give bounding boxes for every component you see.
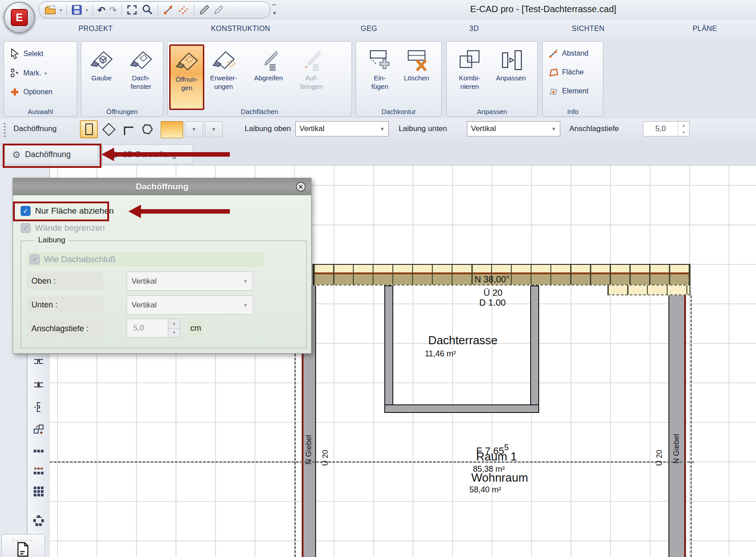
- ribbon-group-dachkontur: Ein-fügen Löschen Dachkontur: [356, 41, 442, 117]
- laibung-unten-label: Laibung unten: [399, 124, 447, 133]
- gaube-button[interactable]: Gaube: [84, 44, 119, 110]
- polygon-array-icon[interactable]: [32, 514, 45, 529]
- dialog-title: Dachöffnung: [136, 182, 188, 192]
- color-dropdown-2[interactable]: ▼: [205, 121, 223, 137]
- document-icon[interactable]: [16, 542, 30, 557]
- anschlagstiefe-label: Anschlagstiefe: [569, 124, 619, 133]
- terrace-name-label: Dachterrasse: [428, 333, 498, 347]
- anschlagstiefe-dialog-stepper[interactable]: 5,0 ▲▼: [127, 319, 180, 338]
- contour-insert-icon: [367, 46, 393, 74]
- separator: [92, 4, 93, 16]
- options-button[interactable]: Optionen: [9, 87, 53, 97]
- block-grid-icon[interactable]: [33, 486, 44, 499]
- fit-view-button[interactable]: [125, 3, 139, 17]
- ribbon-tab-projekt[interactable]: PROJEKT: [79, 25, 113, 33]
- pencil-button[interactable]: [212, 3, 225, 17]
- laibung-oben-select[interactable]: Vertikal▼: [295, 121, 389, 136]
- roof-color-swatch[interactable]: [161, 121, 183, 138]
- ribbon-tab-plaene[interactable]: PLÄNE: [693, 25, 717, 33]
- room1-name-label: Raum 1: [476, 450, 517, 464]
- save-button[interactable]: [70, 3, 83, 17]
- block-distribute-icon[interactable]: [33, 465, 44, 478]
- shape-corner-button[interactable]: [119, 120, 137, 138]
- gable-left-label: N Giebel: [304, 435, 313, 465]
- spin-down-icon[interactable]: ▼: [678, 129, 689, 136]
- terrace-area-label: 11,46 m²: [425, 349, 456, 359]
- kombinieren-button[interactable]: Kombi-nieren: [452, 44, 487, 110]
- highlight-box-tab: [3, 144, 101, 168]
- wall-profile-icon[interactable]: [33, 401, 44, 415]
- quick-access-toolbar: ▾ ▾ ↶ ↷: [39, 1, 270, 18]
- oben-label: Oben :: [27, 272, 103, 289]
- unit-label: cm: [187, 321, 202, 335]
- roof-opening-icon: [174, 48, 200, 75]
- roof-window-center-icon[interactable]: [33, 380, 44, 393]
- oeffnungen-button[interactable]: Öffnun-gen: [169, 44, 204, 110]
- shape-polygon-button[interactable]: [138, 120, 156, 138]
- color-dropdown-1[interactable]: ▼: [185, 121, 203, 137]
- open-file-dropdown[interactable]: ▾: [59, 3, 63, 17]
- customize-toolbar-icon[interactable]: ▔▼: [272, 4, 277, 16]
- toolbar-grip[interactable]: [4, 123, 6, 138]
- shape-rectangle-button[interactable]: [80, 120, 98, 138]
- ribbon-tab-konstruktion[interactable]: KONSTRUKTION: [211, 25, 270, 33]
- copy-elements-icon[interactable]: [33, 424, 44, 437]
- element-button[interactable]: Element: [548, 86, 589, 96]
- zoom-icon: [141, 4, 153, 16]
- separator: [121, 4, 122, 16]
- polygon-icon: [141, 123, 153, 135]
- measure-distance-button[interactable]: [162, 3, 175, 17]
- mark-button[interactable]: Mark. ▾: [9, 68, 47, 79]
- zoom-button[interactable]: [141, 3, 154, 17]
- ribbon-group-oeffnungen: Gaube Dach-fenster Öffnungen: [81, 41, 163, 117]
- shape-diamond-button[interactable]: [100, 120, 118, 138]
- abgreifen-button[interactable]: Abgreifen: [245, 44, 292, 110]
- ribbon-tab-geg[interactable]: GEG: [361, 25, 378, 33]
- group-label-info: Info: [543, 108, 603, 115]
- diamond-icon: [102, 123, 115, 136]
- redo-button[interactable]: ↷: [108, 3, 118, 17]
- ribbon: Selekt Mark. ▾ Optionen Auswahl Gaube Da…: [0, 39, 756, 119]
- anpassen-button[interactable]: Anpassen: [493, 44, 528, 110]
- bottom-panel[interactable]: •••••: [1, 534, 45, 557]
- spin-up-icon[interactable]: ▲: [168, 319, 180, 329]
- laibung-oben-label: Laibung oben: [245, 124, 291, 133]
- ribbon-tab-sichten[interactable]: SICHTEN: [571, 25, 604, 33]
- anschlagstiefe-stepper[interactable]: 5,0 ▲▼: [643, 121, 690, 136]
- unten-select[interactable]: Vertikal▼: [127, 295, 253, 315]
- axis-dashed-right: [690, 295, 692, 557]
- roof-dormer-icon: [88, 46, 114, 74]
- save-dropdown[interactable]: ▾: [85, 3, 89, 17]
- parallel-copy-button[interactable]: [177, 3, 190, 17]
- chevron-down-icon: ▼: [243, 302, 248, 308]
- separator: [66, 4, 67, 16]
- roof-rafter-ticks-2: [607, 285, 690, 294]
- pen-button[interactable]: [198, 3, 211, 17]
- oben-select[interactable]: Vertikal▼: [127, 272, 253, 291]
- select-button[interactable]: Selekt: [9, 48, 43, 60]
- laibung-unten-select[interactable]: Vertikal▼: [467, 121, 560, 136]
- ribbon-tab-3d[interactable]: 3D: [469, 25, 479, 33]
- spin-down-icon[interactable]: ▼: [168, 329, 180, 338]
- block-row-icon[interactable]: [33, 445, 44, 459]
- undo-button[interactable]: ↶: [97, 3, 106, 17]
- roof-window-pair-icon[interactable]: [33, 356, 44, 370]
- anschlagstiefe-dialog-label: Anschlagstiefe :: [27, 320, 103, 337]
- highlight-box-checkbox: [13, 202, 109, 221]
- abstand-button[interactable]: Abstand: [548, 48, 589, 59]
- pen-icon: [199, 4, 210, 15]
- flaeche-button[interactable]: Fläche: [548, 67, 584, 78]
- open-file-button[interactable]: [44, 3, 57, 17]
- dachfenster-button[interactable]: Dach-fenster: [123, 44, 158, 110]
- open-file-icon: [44, 4, 56, 15]
- dialog-header[interactable]: Dachöffnung: [13, 178, 311, 195]
- ribbon-group-auswahl: Selekt Mark. ▾ Optionen Auswahl: [4, 41, 77, 117]
- close-icon[interactable]: ✕: [296, 182, 306, 192]
- einfuegen-button[interactable]: Ein-fügen: [362, 44, 397, 110]
- toolbar-title: Dachöffnung: [13, 124, 57, 133]
- loeschen-button[interactable]: Löschen: [399, 44, 434, 110]
- erweiterungen-button[interactable]: Erweiter-ungen: [206, 44, 241, 110]
- rectangle-icon: [85, 123, 93, 135]
- app-menu-button[interactable]: E: [4, 2, 35, 33]
- spin-up-icon[interactable]: ▲: [678, 122, 689, 129]
